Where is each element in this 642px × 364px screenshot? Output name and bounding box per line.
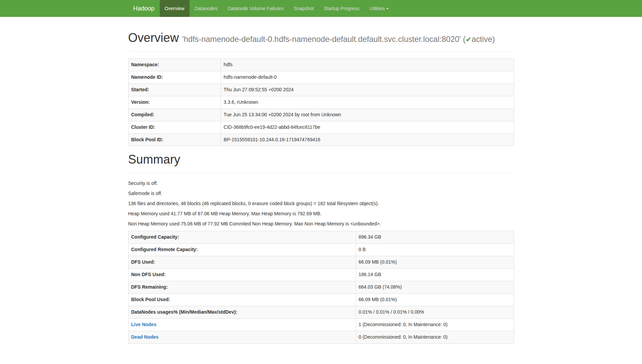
row-label-cell: DFS Used: — [128, 256, 356, 268]
table-row-compiled: Compiled:Tue Jun 25 13:34:00 +0200 2024 … — [128, 108, 514, 121]
status-badge: (✔active) — [463, 35, 495, 44]
row-value: 664.03 GB (74.08%) — [356, 281, 514, 293]
nav-link-datanodes[interactable]: Datanodes — [190, 0, 223, 17]
nav-link-datanode-volume-failures[interactable]: Datanode Volume Failures — [223, 0, 289, 17]
namenode-info-table: Namespace:hdfsNamenode ID:hdfs-namenode-… — [128, 58, 514, 146]
status-open-paren: ( — [463, 35, 466, 44]
row-label-cell: DataNodes usages% (Min/Median/Max/stdDev… — [128, 306, 356, 318]
nav-link-label: Datanode Volume Failures — [228, 6, 284, 11]
page-content: Overview 'hdfs-namenode-default-0.hdfs-n… — [123, 31, 519, 344]
row-value: 186.14 GB — [356, 268, 514, 281]
row-label: DataNodes usages% (Min/Median/Max/stdDev… — [131, 309, 238, 315]
row-value: CID-368b9fc0-ee19-4d22-abbd-84fcec8117be — [221, 121, 514, 134]
table-row-namespace: Namespace:hdfs — [128, 58, 514, 71]
active-check-icon: ✔ — [466, 35, 472, 43]
row-label-cell: Namenode ID: — [128, 71, 221, 83]
row-label: Version: — [131, 99, 150, 105]
table-row-configured-remote-capacity: Configured Remote Capacity:0 B — [128, 243, 514, 256]
table-row-dfs-remaining: DFS Remaining:664.03 GB (74.08%) — [128, 281, 514, 293]
nav-item-snapshot: Snapshot — [289, 0, 319, 17]
nav-link-label: Datanodes — [195, 6, 218, 11]
row-label: Non DFS Used: — [131, 272, 166, 277]
row-label-cell: Non DFS Used: — [128, 268, 356, 281]
row-label: Cluster ID: — [131, 124, 155, 130]
row-value: 0 B — [356, 243, 514, 256]
row-label-cell: Started: — [128, 83, 221, 96]
table-row-block-pool-used: Block Pool Used:66.09 MB (0.01%) — [128, 293, 514, 306]
row-value: 0.01% / 0.01% / 0.01% / 0.00% — [356, 306, 514, 318]
nav-link-label: Utilities — [370, 6, 385, 11]
caret-down-icon — [386, 8, 389, 9]
row-value: hdfs — [221, 58, 514, 71]
row-label-cell: Dead Nodes — [128, 331, 356, 343]
page-subtitle: 'hdfs-namenode-default-0.hdfs-namenode-d… — [182, 35, 495, 44]
row-label-cell: Namespace: — [128, 58, 221, 71]
navbar-brand[interactable]: Hadoop — [128, 0, 160, 17]
live-nodes-link[interactable]: Live Nodes — [131, 322, 157, 327]
table-row-dead-nodes: Dead Nodes0 (Decommissioned: 0, In Maint… — [128, 331, 514, 343]
row-label: Started: — [131, 87, 149, 92]
navbar-menu: OverviewDatanodesDatanode Volume Failure… — [160, 0, 394, 17]
nav-link-label: Snapshot — [294, 6, 314, 11]
summary-text-block: Security is off.Safemode is off.136 file… — [128, 180, 514, 227]
page-title-text: Overview — [128, 31, 179, 45]
row-label: Namenode ID: — [131, 74, 163, 80]
summary-paragraph: 136 files and directories, 46 blocks (46… — [128, 200, 514, 207]
table-row-configured-capacity: Configured Capacity:896.34 GB — [128, 231, 514, 244]
navbar: Hadoop OverviewDatanodesDatanode Volume … — [0, 0, 642, 17]
row-value: hdfs-namenode-default-0 — [221, 71, 514, 83]
dead-nodes-link[interactable]: Dead Nodes — [131, 334, 159, 340]
summary-paragraph: Heap Memory used 41.77 MB of 87.06 MB He… — [128, 211, 514, 217]
status-label: active — [471, 35, 492, 44]
nav-item-utilities: Utilities — [364, 0, 394, 17]
table-row-version: Version:3.3.6, rUnknown — [128, 96, 514, 108]
row-label: DFS Remaining: — [131, 284, 168, 290]
row-value: 66.09 MB (0.01%) — [356, 293, 514, 306]
summary-paragraph: Safemode is off. — [128, 190, 514, 197]
table-row-cluster-id: Cluster ID:CID-368b9fc0-ee19-4d22-abbd-8… — [128, 121, 514, 134]
row-label: Block Pool ID: — [131, 137, 163, 142]
table-row-namenode-id: Namenode ID:hdfs-namenode-default-0 — [128, 71, 514, 83]
summary-paragraph: Non Heap Memory used 75.06 MB of 77.92 M… — [128, 221, 514, 227]
table-row-datanodes-usages-min-median-max-stddev: DataNodes usages% (Min/Median/Max/stdDev… — [128, 306, 514, 318]
table-row-live-nodes: Live Nodes1 (Decommissioned: 0, In Maint… — [128, 318, 514, 331]
row-value: 66.09 MB (0.01%) — [356, 256, 514, 268]
row-label-cell: Version: — [128, 96, 221, 108]
table-row-non-dfs-used: Non DFS Used:186.14 GB — [128, 268, 514, 281]
nav-link-label: Startup Progress — [324, 6, 359, 11]
divider — [128, 51, 514, 52]
row-value: 1 (Decommissioned: 0, In Maintenance: 0) — [356, 318, 514, 331]
nav-link-overview[interactable]: Overview — [160, 0, 190, 17]
summary-table: Configured Capacity:896.34 GBConfigured … — [128, 231, 514, 344]
row-label-cell: Block Pool ID: — [128, 134, 221, 146]
nav-item-startup-progress: Startup Progress — [319, 0, 364, 17]
status-close-paren: ) — [492, 35, 495, 44]
divider — [128, 173, 514, 173]
row-label-cell: Live Nodes — [128, 318, 356, 331]
nav-item-datanode-volume-failures: Datanode Volume Failures — [223, 0, 289, 17]
row-label: Namespace: — [131, 62, 159, 67]
row-value: BP-1515559101-10.244.0.16-1719474769416 — [221, 134, 514, 146]
nav-item-overview: Overview — [160, 0, 190, 17]
row-value: Tue Jun 25 13:34:00 +0200 2024 by root f… — [221, 108, 514, 121]
row-label: Compiled: — [131, 112, 154, 117]
nav-link-startup-progress[interactable]: Startup Progress — [319, 0, 364, 17]
nav-link-label: Overview — [165, 6, 184, 11]
table-row-started: Started:Thu Jun 27 09:52:55 +0200 2024 — [128, 83, 514, 96]
row-label-cell: DFS Remaining: — [128, 281, 356, 293]
row-label-cell: Compiled: — [128, 108, 221, 121]
row-value: 3.3.6, rUnknown — [221, 96, 514, 108]
row-label-cell: Configured Capacity: — [128, 231, 356, 244]
row-label: DFS Used: — [131, 259, 155, 265]
nav-item-datanodes: Datanodes — [190, 0, 223, 17]
row-label: Configured Remote Capacity: — [131, 247, 198, 252]
page-title: Overview 'hdfs-namenode-default-0.hdfs-n… — [128, 31, 514, 45]
nav-link-utilities[interactable]: Utilities — [364, 0, 394, 17]
row-value: Thu Jun 27 09:52:55 +0200 2024 — [221, 83, 514, 96]
summary-paragraph: Security is off. — [128, 180, 514, 187]
row-value: 896.34 GB — [356, 231, 514, 244]
table-row-block-pool-id: Block Pool ID:BP-1515559101-10.244.0.16-… — [128, 134, 514, 146]
nav-link-snapshot[interactable]: Snapshot — [289, 0, 319, 17]
row-label: Block Pool Used: — [131, 297, 170, 302]
namenode-address: 'hdfs-namenode-default-0.hdfs-namenode-d… — [182, 35, 461, 44]
